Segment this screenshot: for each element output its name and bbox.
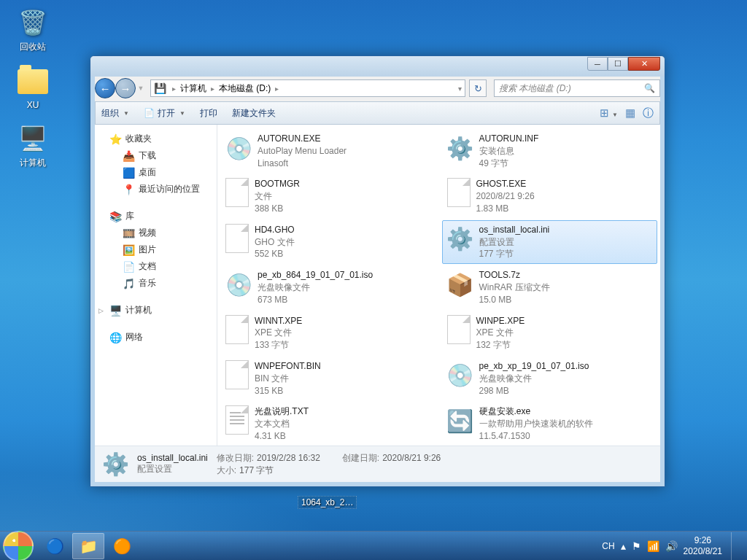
file-hd4-gho[interactable]: HD4.GHOGHO 文件552 KB <box>220 220 436 264</box>
file-install-exe[interactable]: 🔄硬盘安装.exe一款帮助用户快速装机的软件11.5.47.1530 <box>442 402 658 446</box>
refresh-button[interactable]: ↻ <box>469 79 487 97</box>
maximize-button[interactable]: ☐ <box>608 57 628 71</box>
open-icon: 📄 <box>144 108 155 118</box>
taskbar-clock[interactable]: 9:26 2020/8/21 <box>684 535 722 556</box>
show-desktop-button[interactable] <box>731 532 740 560</box>
taskbar-explorer[interactable]: 📁 <box>72 533 104 559</box>
computer[interactable]: 🖥️ 计算机 <box>7 123 58 169</box>
tray-network-icon[interactable]: 📶 <box>647 540 659 552</box>
taskbar-media[interactable]: 🟠 <box>106 533 138 559</box>
recycle-bin[interactable]: 🗑️ 回收站 <box>7 7 58 53</box>
details-modified: 2019/2/28 16:32 <box>257 453 320 463</box>
details-pane: ⚙️ os_install_local.ini 配置设置 修改日期:2019/2… <box>95 446 660 482</box>
sidebar-favorites[interactable]: ⭐收藏夹 <box>95 131 217 147</box>
file-pe-x64-iso[interactable]: 💿pe_xb_864_19_01_07_01.iso光盘映像文件673 MB <box>220 265 436 309</box>
open-button[interactable]: 📄打开▼ <box>144 107 185 120</box>
sidebar-network[interactable]: 🌐网络 <box>95 329 217 346</box>
desktop-icons: 🗑️ 回收站 XU 🖥️ 计算机 <box>7 7 58 169</box>
breadcrumb[interactable]: 💾 ▸ 计算机 ▸ 本地磁盘 (D:) ▸ ▾ <box>150 79 465 97</box>
file-icon <box>225 360 249 389</box>
cd-icon: 💿 <box>225 133 252 163</box>
drive-icon: 💾 <box>154 82 166 94</box>
sidebar-item-pictures[interactable]: 🖼️图片 <box>95 241 217 258</box>
library-icon: 📚 <box>109 211 121 222</box>
start-button[interactable] <box>3 531 34 561</box>
computer-icon: 🖥️ <box>109 305 121 316</box>
back-button[interactable]: ← <box>95 78 115 98</box>
system-tray: CH ▴ ⚑ 📶 🔊 9:26 2020/8/21 <box>602 532 744 560</box>
recycle-bin-icon: 🗑️ <box>18 7 48 38</box>
tray-volume-icon[interactable]: 🔊 <box>665 540 678 552</box>
sidebar-item-recent[interactable]: 📍最近访问的位置 <box>95 181 217 198</box>
forward-button[interactable]: → <box>115 78 136 98</box>
sidebar-item-documents[interactable]: 📄文档 <box>95 258 217 275</box>
minimize-button[interactable]: ─ <box>587 57 608 71</box>
taskbar: 🔵 📁 🟠 CH ▴ ⚑ 📶 🔊 9:26 2020/8/21 <box>0 531 747 560</box>
file-ghost-exe[interactable]: GHOST.EXE2020/8/21 9:261.83 MB <box>442 174 658 218</box>
breadcrumb-drive[interactable]: 本地磁盘 (D:) <box>216 82 274 95</box>
details-filetype: 配置设置 <box>137 463 208 475</box>
folder-xu[interactable]: XU <box>7 66 58 110</box>
text-icon <box>225 405 249 435</box>
breadcrumb-computer[interactable]: 计算机 <box>177 82 209 95</box>
help-button[interactable]: ⓘ <box>643 106 654 120</box>
gear-icon: ⚙️ <box>447 133 473 163</box>
tray-flag-icon[interactable]: ⚑ <box>632 540 641 552</box>
desktop-icon: 🟦 <box>123 167 134 179</box>
taskbar-ie[interactable]: 🔵 <box>39 533 71 559</box>
file-icon <box>225 315 249 344</box>
sidebar: ⭐收藏夹 📥下载🟦桌面📍最近访问的位置 📚库 🎞️视频🖼️图片📄文档🎵音乐 ▷🖥… <box>95 125 217 446</box>
desktop-file-label[interactable]: 1064_xb_2… <box>298 496 357 509</box>
details-size: 177 字节 <box>239 465 274 475</box>
explorer-window: ─ ☐ ✕ ← → ▼ 💾 ▸ 计算机 ▸ 本地磁盘 (D:) ▸ ▾ ↻ 搜索… <box>90 55 665 487</box>
network-icon: 🌐 <box>109 332 121 343</box>
preview-pane-button[interactable]: ▦ <box>625 106 635 120</box>
sidebar-computer[interactable]: ▷🖥️计算机 <box>95 302 217 319</box>
chevron-icon: ▸ <box>209 85 216 93</box>
pictures-icon: 🖼️ <box>123 244 134 256</box>
view-button[interactable]: ⊞ ▼ <box>600 106 618 120</box>
cd-icon: 💿 <box>225 269 252 300</box>
sidebar-libraries[interactable]: 📚库 <box>95 208 217 225</box>
file-winnt-xpe[interactable]: WINNT.XPEXPE 文件133 字节 <box>220 311 436 355</box>
file-tools-7z[interactable]: 📦TOOLS.7zWinRAR 压缩文件15.0 MB <box>442 265 658 309</box>
cd-icon: 💿 <box>447 360 473 391</box>
file-icon <box>225 224 249 253</box>
file-bootmgr[interactable]: BOOTMGR文件388 KB <box>220 174 436 218</box>
file-os-install-ini[interactable]: ⚙️os_install_local.ini配置设置177 字节 <box>442 220 658 264</box>
folder-icon <box>18 66 48 97</box>
search-icon: 🔍 <box>644 83 655 93</box>
music-icon: 🎵 <box>123 278 134 289</box>
file-icon <box>447 315 471 344</box>
file-pe-xp-iso[interactable]: 💿pe_xb_xp_19_01_07_01.iso光盘映像文件298 MB <box>442 357 658 400</box>
new-folder-button[interactable]: 新建文件夹 <box>232 107 276 120</box>
file-autorun-exe[interactable]: 💿AUTORUN.EXEAutoPlay Menu LoaderLinasoft <box>220 129 436 173</box>
search-input[interactable]: 搜索 本地磁盘 (D:) 🔍 <box>494 79 660 97</box>
app-icon: 🔄 <box>447 405 473 436</box>
details-created: 2020/8/21 9:26 <box>382 453 441 463</box>
tray-expand-icon[interactable]: ▴ <box>621 540 626 552</box>
print-button[interactable]: 打印 <box>200 107 217 120</box>
organize-button[interactable]: 组织▼ <box>101 107 129 120</box>
file-icon: ⚙️ <box>102 450 128 479</box>
videos-icon: 🎞️ <box>123 228 134 239</box>
close-button[interactable]: ✕ <box>628 57 660 71</box>
details-filename: os_install_local.ini <box>137 453 208 463</box>
file-winpe-xpe[interactable]: WINPE.XPEXPE 文件132 字节 <box>442 311 658 355</box>
downloads-icon: 📥 <box>123 150 134 162</box>
file-icon <box>225 178 249 207</box>
gear-icon: ⚙️ <box>447 224 473 254</box>
chevron-down-icon[interactable]: ▾ <box>458 85 462 93</box>
tray-language[interactable]: CH <box>602 541 614 551</box>
sidebar-item-music[interactable]: 🎵音乐 <box>95 275 217 292</box>
file-wnpefont[interactable]: WNPEFONT.BINBIN 文件315 KB <box>220 357 436 400</box>
sidebar-item-downloads[interactable]: 📥下载 <box>95 147 217 164</box>
history-dropdown[interactable]: ▼ <box>136 85 146 92</box>
sidebar-item-desktop[interactable]: 🟦桌面 <box>95 164 217 181</box>
computer-icon: 🖥️ <box>18 123 48 154</box>
titlebar[interactable]: ─ ☐ ✕ <box>90 56 665 77</box>
file-readme-txt[interactable]: 光盘说明.TXT文本文档4.31 KB <box>220 402 436 446</box>
sidebar-item-videos[interactable]: 🎞️视频 <box>95 225 217 241</box>
nav-bar: ← → ▼ 💾 ▸ 计算机 ▸ 本地磁盘 (D:) ▸ ▾ ↻ 搜索 本地磁盘 … <box>95 77 660 100</box>
file-autorun-inf[interactable]: ⚙️AUTORUN.INF安装信息49 字节 <box>442 129 658 173</box>
